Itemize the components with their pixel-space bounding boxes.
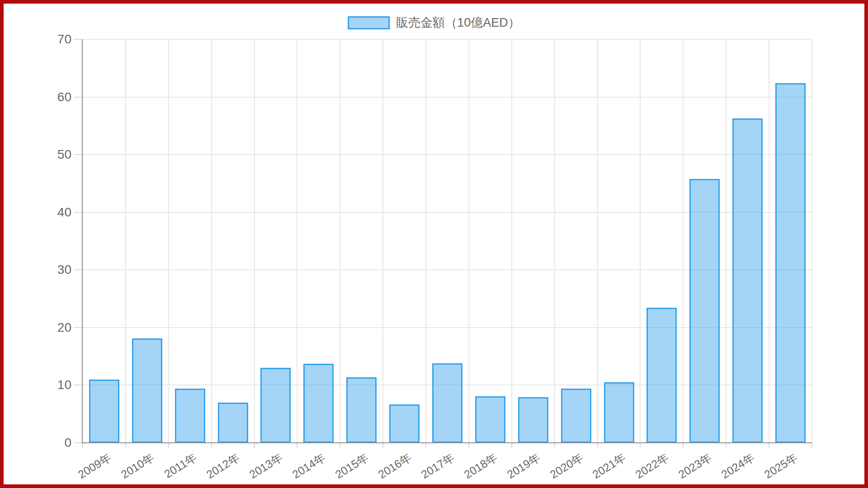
x-gridline — [554, 39, 555, 443]
x-axis-label: 2019年 — [504, 450, 543, 482]
x-axis-label: 2013年 — [247, 450, 286, 482]
y-axis-label: 30 — [0, 263, 71, 277]
y-gridline — [83, 97, 812, 98]
y-axis-tick — [74, 154, 83, 155]
y-axis-tick — [74, 327, 83, 328]
x-axis-tick — [769, 443, 769, 449]
bar-2013年[interactable] — [260, 368, 291, 443]
x-axis-tick — [340, 443, 340, 449]
x-axis-label: 2011年 — [161, 450, 199, 482]
x-axis-tick — [211, 443, 212, 449]
y-axis-label: 60 — [0, 90, 71, 104]
bar-2009年[interactable] — [89, 380, 119, 443]
x-axis-label: 2023年 — [675, 450, 714, 482]
bar-2020年[interactable] — [561, 389, 591, 443]
x-axis-tick — [382, 443, 383, 449]
x-gridline — [597, 39, 598, 443]
x-axis-tick — [254, 443, 255, 449]
x-axis-tick — [554, 443, 555, 449]
x-axis-tick — [297, 443, 297, 449]
y-axis-label: 70 — [0, 32, 71, 47]
legend-item[interactable]: 販売金額（10億AED） — [348, 14, 520, 31]
x-gridline — [125, 39, 126, 443]
bar-2017年[interactable] — [432, 363, 462, 443]
x-gridline — [254, 39, 255, 443]
x-axis-label: 2020年 — [547, 450, 586, 482]
x-gridline — [340, 39, 340, 443]
y-gridline — [83, 39, 812, 40]
bar-2021年[interactable] — [604, 382, 634, 443]
y-axis-label: 10 — [0, 378, 71, 392]
x-axis-tick — [125, 443, 126, 449]
x-gridline — [382, 39, 383, 443]
x-axis-tick — [511, 443, 512, 449]
legend-label: 販売金額（10億AED） — [396, 14, 520, 31]
x-axis-label: 2016年 — [375, 450, 414, 482]
x-gridline — [425, 39, 426, 443]
x-gridline — [811, 39, 812, 443]
x-axis-tick — [811, 443, 812, 449]
y-axis-label: 50 — [0, 147, 71, 162]
x-axis-label: 2010年 — [118, 450, 157, 482]
x-axis-line — [82, 442, 812, 443]
bar-2011年[interactable] — [175, 389, 205, 443]
bar-2010年[interactable] — [132, 338, 162, 443]
y-axis-label: 20 — [0, 320, 71, 335]
y-axis-tick — [74, 39, 83, 40]
bar-2015年[interactable] — [346, 377, 377, 443]
bar-2025年[interactable] — [775, 83, 806, 443]
y-axis-tick — [74, 442, 83, 443]
y-axis-line — [82, 39, 83, 443]
x-gridline — [769, 39, 769, 443]
x-gridline — [168, 39, 169, 443]
y-axis-tick — [74, 269, 83, 270]
x-gridline — [640, 39, 641, 443]
x-axis-tick — [597, 443, 598, 449]
bar-2022年[interactable] — [646, 308, 677, 443]
x-axis-tick — [468, 443, 469, 449]
bar-2018年[interactable] — [475, 396, 505, 443]
x-axis-tick — [82, 443, 83, 449]
x-axis-label: 2014年 — [289, 450, 328, 482]
x-axis-label: 2025年 — [761, 450, 800, 482]
x-axis-label: 2018年 — [461, 450, 500, 482]
x-axis-label: 2017年 — [418, 450, 457, 482]
x-axis-label: 2021年 — [590, 450, 629, 482]
y-axis-label: 40 — [0, 205, 71, 220]
bar-2023年[interactable] — [689, 179, 720, 443]
bar-2024年[interactable] — [732, 118, 763, 443]
x-gridline — [683, 39, 684, 443]
x-axis-tick — [425, 443, 426, 449]
y-axis-label: 0 — [0, 436, 71, 450]
y-gridline — [83, 154, 812, 155]
chart-page: 販売金額（10億AED） 0102030405060702009年2010年20… — [0, 0, 868, 488]
x-axis-tick — [168, 443, 169, 449]
bar-2016年[interactable] — [389, 404, 420, 443]
bar-2012年[interactable] — [218, 403, 248, 443]
y-axis-tick — [74, 385, 83, 385]
x-gridline — [511, 39, 512, 443]
bar-2019年[interactable] — [518, 397, 548, 443]
x-gridline — [468, 39, 469, 443]
x-axis-tick — [683, 443, 684, 449]
x-axis-label: 2024年 — [718, 450, 757, 482]
x-axis-tick — [640, 443, 641, 449]
x-gridline — [297, 39, 297, 443]
x-axis-label: 2015年 — [332, 450, 371, 482]
y-axis-tick — [74, 97, 83, 98]
x-axis-label: 2012年 — [204, 450, 243, 482]
x-axis-tick — [726, 443, 726, 449]
x-gridline — [211, 39, 212, 443]
x-axis-label: 2009年 — [75, 450, 114, 482]
legend-swatch — [348, 16, 390, 29]
x-axis-label: 2022年 — [633, 450, 672, 482]
y-axis-tick — [74, 212, 83, 213]
bar-2014年[interactable] — [303, 364, 334, 443]
x-gridline — [726, 39, 726, 443]
plot-area: 0102030405060702009年2010年2011年2012年2013年… — [0, 0, 868, 488]
